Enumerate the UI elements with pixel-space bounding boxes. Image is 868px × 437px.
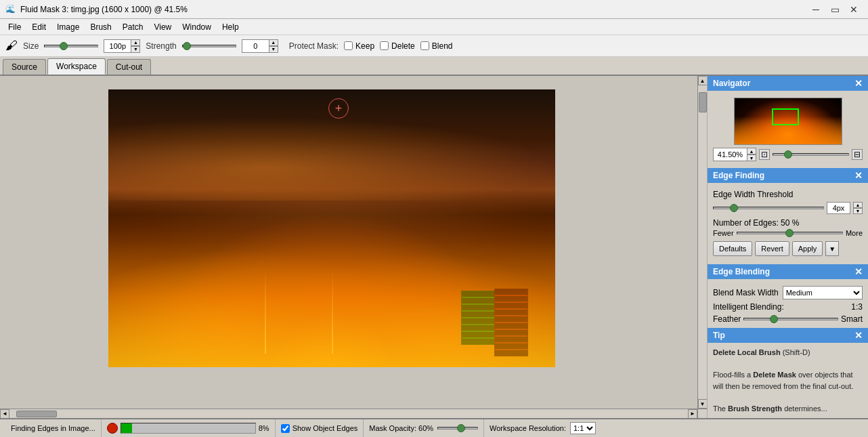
scroll-up-btn[interactable]: ▲ <box>698 76 708 85</box>
horizontal-scrollbar[interactable]: ◄ ► <box>0 409 697 418</box>
strength-input[interactable] <box>242 39 269 53</box>
menu-edit[interactable]: Edit <box>26 19 51 35</box>
tab-workspace[interactable]: Workspace <box>47 58 106 75</box>
tip-text2: The Brush Strength determines... <box>713 404 827 413</box>
minimize-button[interactable]: ─ <box>807 3 825 16</box>
edge-finding-title: Edge Finding <box>713 171 764 180</box>
size-up-btn[interactable]: ▲ <box>131 39 140 46</box>
status-finding: Finding Edges in Image... <box>5 419 102 437</box>
tip-header: Tip ✕ <box>708 328 868 343</box>
menu-brush[interactable]: Brush <box>85 19 116 35</box>
fewer-more-slider[interactable] <box>737 232 843 234</box>
edge-buttons-row: Defaults Revert Apply ▼ <box>713 241 863 256</box>
strength-spinbox[interactable]: ▲ ▼ <box>242 39 278 53</box>
image-canvas[interactable] <box>108 89 555 367</box>
tab-source[interactable]: Source <box>3 59 46 75</box>
threshold-label-row: Edge Width Threshold <box>713 190 863 199</box>
mask-opacity-slider[interactable] <box>437 427 478 430</box>
menu-patch[interactable]: Patch <box>117 19 149 35</box>
vertical-scrollbar[interactable]: ▲ ▼ <box>697 76 707 409</box>
app-icon: 🌊 <box>5 4 16 15</box>
navigator-close-btn[interactable]: ✕ <box>854 79 863 88</box>
threshold-down-btn[interactable]: ▼ <box>853 208 863 214</box>
toolbar: 🖌 Size ▲ ▼ Strength ▲ ▼ Protect Mask: Ke… <box>0 35 868 57</box>
zoom-fit-btn[interactable]: ⊡ <box>759 149 770 160</box>
zoom-fill-btn[interactable]: ⊟ <box>852 149 863 160</box>
edge-finding-panel: Edge Finding ✕ Edge Width Threshold ▲ ▼ … <box>708 168 868 264</box>
blend-mask-select[interactable]: Narrow Medium Wide <box>783 286 863 299</box>
zoom-input[interactable] <box>713 148 747 161</box>
stop-button[interactable] <box>107 423 118 434</box>
size-spinbox[interactable]: ▲ ▼ <box>104 39 140 53</box>
tip-brush-name: Delete Local Brush <box>713 348 781 356</box>
navigator-content: ▲ ▼ ⊡ ⊟ <box>708 91 868 168</box>
strength-down-btn[interactable]: ▼ <box>269 46 278 53</box>
tip-content: Delete Local Brush (Shift-D) Flood-fills… <box>708 343 868 418</box>
scroll-down-btn[interactable]: ▼ <box>698 399 708 409</box>
tip-close-btn[interactable]: ✕ <box>854 331 863 340</box>
progress-fill <box>121 423 132 433</box>
zoom-slider[interactable] <box>773 153 849 156</box>
edge-blending-content: Blend Mask Width Narrow Medium Wide Inte… <box>708 279 868 328</box>
keep-group: Keep <box>344 41 374 51</box>
size-label: Size <box>23 41 39 51</box>
edge-blending-close-btn[interactable]: ✕ <box>854 267 863 276</box>
blend-mask-label: Blend Mask Width <box>713 288 779 297</box>
delete-label: Delete <box>391 41 415 51</box>
intelligent-blending-row: Intelligent Blending: 1:3 <box>713 302 863 312</box>
menu-view[interactable]: View <box>148 19 177 35</box>
zoom-up-btn[interactable]: ▲ <box>747 148 756 154</box>
protect-mask-label: Protect Mask: <box>289 41 339 51</box>
city-image-display <box>108 89 555 367</box>
workspace-res-select[interactable]: 1:1 1:2 1:4 <box>570 422 596 434</box>
threshold-control-row: ▲ ▼ <box>713 202 863 214</box>
tab-cutout[interactable]: Cut-out <box>107 59 151 75</box>
close-button[interactable]: ✕ <box>845 3 863 16</box>
scroll-left-btn[interactable]: ◄ <box>0 409 9 419</box>
scroll-right-btn[interactable]: ► <box>688 409 697 419</box>
more-label: More <box>846 229 863 237</box>
canvas-area[interactable]: ▲ ▼ ◄ ► <box>0 76 707 418</box>
keep-label: Keep <box>355 41 374 51</box>
edge-finding-content: Edge Width Threshold ▲ ▼ Number of Edges… <box>708 183 868 264</box>
threshold-px-input[interactable] <box>827 202 850 214</box>
defaults-button[interactable]: Defaults <box>713 241 752 256</box>
strength-up-btn[interactable]: ▲ <box>269 39 278 46</box>
size-slider[interactable] <box>44 45 98 47</box>
revert-button[interactable]: Revert <box>755 241 789 256</box>
apply-button[interactable]: Apply <box>792 241 823 256</box>
edge-finding-close-btn[interactable]: ✕ <box>854 171 863 180</box>
maximize-button[interactable]: ▭ <box>826 3 844 16</box>
zoom-spinbox[interactable]: ▲ ▼ <box>713 148 756 161</box>
size-down-btn[interactable]: ▼ <box>131 46 140 53</box>
fewer-more-row: Fewer More <box>713 229 863 237</box>
zoom-down-btn[interactable]: ▼ <box>747 154 756 161</box>
window-title: Fluid Mask 3: timg.jpg (1600 x 1000) @ 4… <box>20 5 807 14</box>
navigator-thumbnail[interactable] <box>734 98 842 145</box>
feather-slider[interactable] <box>743 318 838 320</box>
show-edges-checkbox[interactable] <box>281 424 290 433</box>
strength-slider[interactable] <box>182 45 236 47</box>
edge-blending-panel: Edge Blending ✕ Blend Mask Width Narrow … <box>708 264 868 328</box>
menu-help[interactable]: Help <box>217 19 244 35</box>
brush-crosshair <box>328 98 349 119</box>
menu-image[interactable]: Image <box>51 19 85 35</box>
threshold-label: Edge Width Threshold <box>713 190 794 199</box>
threshold-slider[interactable] <box>713 207 824 209</box>
brush-icon: 🖌 <box>5 39 18 53</box>
scroll-thumb-vertical[interactable] <box>699 92 707 112</box>
delete-group: Delete <box>380 41 415 51</box>
status-mask-opacity: Mask Opacity: 60% <box>364 419 484 437</box>
threshold-up-btn[interactable]: ▲ <box>853 202 863 208</box>
keep-checkbox[interactable] <box>344 41 353 50</box>
delete-checkbox[interactable] <box>380 41 389 50</box>
menu-file[interactable]: File <box>3 19 26 35</box>
status-progress: 8% <box>102 419 276 437</box>
edge-chevron-btn[interactable]: ▼ <box>825 241 839 256</box>
blend-checkbox[interactable] <box>420 41 429 50</box>
titlebar: 🌊 Fluid Mask 3: timg.jpg (1600 x 1000) @… <box>0 0 868 19</box>
menu-window[interactable]: Window <box>177 19 217 35</box>
size-input[interactable] <box>104 39 131 53</box>
main-layout: ▲ ▼ ◄ ► Navigator ✕ <box>0 76 868 418</box>
scroll-thumb-horizontal[interactable] <box>16 411 57 417</box>
